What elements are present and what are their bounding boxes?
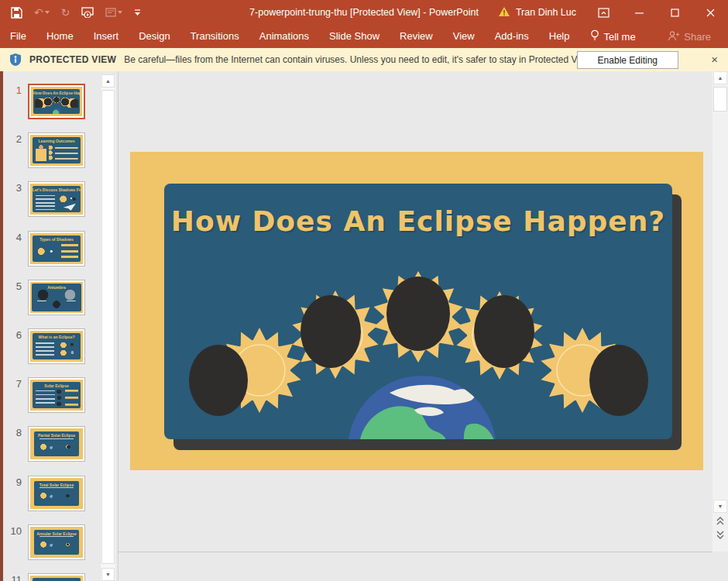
slide-number: 8 [5,427,22,438]
undo-icon: ↶ [34,6,50,19]
slide-number: 4 [5,232,22,243]
ribbon-tab-bar: FileHomeInsertDesignTransitionsAnimation… [0,25,728,48]
tab-transitions[interactable]: Transitions [180,25,249,48]
slide-number: 11 [5,574,22,581]
thumbnail-title: Learning Outcomes [33,137,81,144]
tab-slide-show[interactable]: Slide Show [319,25,390,48]
protected-view-message: Be careful—files from the Internet can c… [124,54,593,65]
thumbnail-title: What is an Eclipse? [33,333,81,340]
slide-thumbnail-8[interactable]: Partial Solar Eclipse [28,426,85,462]
title-bar: ↶ ↻ 7-powerpoint-trung-thu [Protected Vi… [0,0,728,25]
previous-slide-button[interactable] [713,515,727,527]
slide-thumbnail-7[interactable]: Solar Eclipse [28,377,85,413]
slide-number: 1 [5,84,22,96]
slide-thumbnail-3[interactable]: Let's Discuss Shadows First! [28,181,85,217]
share-label: Share [684,31,711,43]
thumbnail-title: Types of Shadows [33,235,81,242]
slide-number: 5 [5,280,22,292]
protected-view-bar: PROTECTED VIEW Be careful—files from the… [0,48,728,71]
tab-animations[interactable]: Animations [249,25,319,48]
scroll-up-icon[interactable]: ▲ [101,74,115,88]
scroll-down-icon[interactable]: ▼ [713,500,727,513]
slide-number: 2 [5,133,22,145]
protected-view-shield-icon [9,53,22,67]
powerpoint-window: ↶ ↻ 7-powerpoint-trung-thu [Protected Vi… [0,0,728,581]
tell-me-label: Tell me [604,31,636,43]
slide-thumbnail-6[interactable]: What is an Eclipse? [28,328,85,364]
thumbnail-title: Solar Eclipse [33,382,81,389]
next-slide-button[interactable] [713,529,727,541]
scroll-up-icon[interactable]: ▲ [713,71,727,84]
user-name: Tran Dinh Luc [516,7,576,18]
message-bar-close-icon[interactable]: × [711,52,718,67]
lightbulb-icon [590,29,599,43]
close-button[interactable] [692,0,728,25]
tab-help[interactable]: Help [539,25,580,48]
thumbnail-title: How Does An Eclipse Happen? [33,89,80,96]
slide-thumbnail-panel: 1 How Does An Eclipse Happen? 2 Learning… [3,71,118,581]
share-person-icon [668,30,679,43]
protected-view-label: PROTECTED VIEW [29,54,116,65]
tab-add-ins[interactable]: Add-ins [485,25,539,48]
main-vertical-scrollbar[interactable]: ▲ ▼ [713,71,728,552]
slide-thumbnail-9[interactable]: Total Solar Eclipse [28,476,85,511]
thumbnail-scrollbar-thumb[interactable] [101,90,115,564]
slide-thumbnail-2[interactable]: Learning Outcomes [28,132,85,168]
enable-editing-button[interactable]: Enable Editing [577,51,678,69]
ribbon-tabs: FileHomeInsertDesignTransitionsAnimation… [0,25,580,48]
title-bar-controls: Tran Dinh Luc [498,0,728,25]
tab-home[interactable]: Home [36,25,84,48]
warning-icon [498,6,510,19]
slide-thumbnail-5[interactable]: Antumbra [28,280,85,315]
save-icon[interactable] [11,7,22,19]
thumbnail-scrollbar[interactable]: ▲ ▼ [100,74,115,581]
slide-number: 3 [5,182,22,194]
slide-thumbnail-11[interactable] [28,573,85,581]
scroll-down-icon[interactable]: ▼ [101,568,115,581]
slide-thumbnail-1[interactable]: How Does An Eclipse Happen? [28,84,85,119]
quick-access-toolbar: ↶ ↻ [0,6,141,19]
slide-number: 10 [5,525,22,537]
slide-number: 9 [5,476,22,488]
thumbnail-title [33,578,81,579]
customize-quick-access-icon[interactable] [134,9,141,16]
tab-file[interactable]: File [0,25,36,48]
current-slide[interactable]: How Does An Eclipse Happen? [130,152,703,470]
slide-number: 6 [5,329,22,341]
slide-number: 7 [5,378,22,390]
minimize-button[interactable] [621,0,657,25]
share-button[interactable]: Share [668,30,711,43]
slide-teal-panel: How Does An Eclipse Happen? [164,184,672,439]
start-from-beginning-icon[interactable] [81,7,94,18]
tab-design[interactable]: Design [129,25,180,48]
account-status[interactable]: Tran Dinh Luc [498,6,576,19]
notes-pane-splitter[interactable] [118,552,713,552]
main-scrollbar-thumb[interactable] [713,87,727,112]
tab-insert[interactable]: Insert [84,25,129,48]
thumbnail-title: Let's Discuss Shadows First! [33,186,81,193]
ribbon-display-options-icon[interactable] [590,0,616,25]
maximize-button[interactable] [657,0,692,25]
slide-title: How Does An Eclipse Happen? [164,205,672,237]
slide-layout-icon [105,8,122,17]
slide-thumbnail-10[interactable]: Annular Solar Eclipse [28,524,85,560]
tab-review[interactable]: Review [390,25,443,48]
redo-icon: ↻ [61,6,70,19]
slide-thumbnail-4[interactable]: Types of Shadows [28,231,85,266]
tab-view[interactable]: View [443,25,485,48]
tell-me-box[interactable]: Tell me [580,29,646,43]
